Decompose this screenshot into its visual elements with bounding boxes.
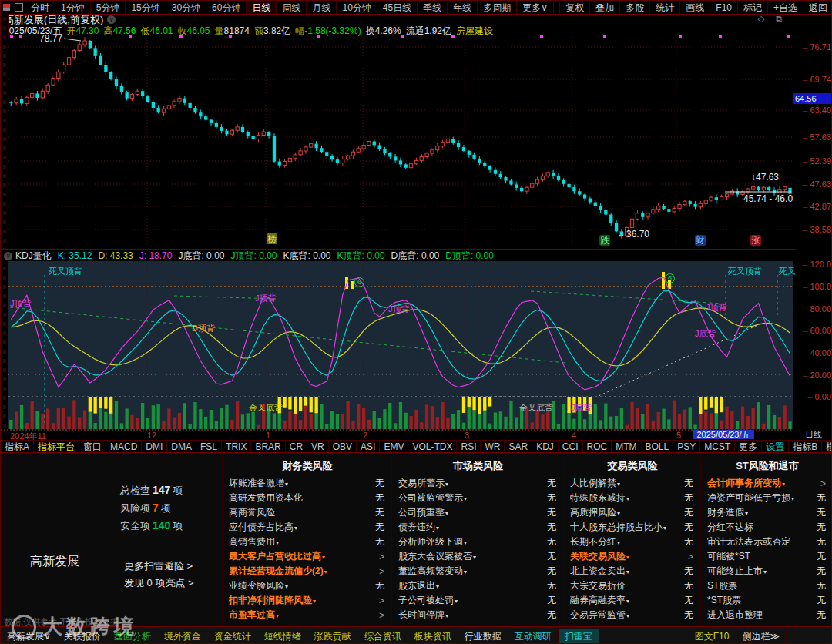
period-tab[interactable]: 10分钟 <box>337 2 377 14</box>
dropdown-arrow-icon[interactable]: ▾ <box>445 612 448 619</box>
indicator-tab[interactable]: RSI <box>457 441 481 453</box>
period-tab[interactable]: 1分钟 <box>55 2 91 14</box>
risk-row-label[interactable]: 市盈率过高▾ <box>229 609 279 622</box>
indicator-tab[interactable]: DMI <box>142 441 167 453</box>
risk-row[interactable]: 公司被监管警示▾无 <box>392 491 564 505</box>
dropdown-arrow-icon[interactable]: ▾ <box>276 539 279 546</box>
risk-row-label[interactable]: 审计无法表示或否定 <box>707 535 790 548</box>
risk-row[interactable]: 净资产可能低于亏损▾无 <box>701 491 832 505</box>
risk-row[interactable]: 可能被*ST无 <box>701 549 832 564</box>
risk-row-label[interactable]: 交易所警示▾ <box>398 477 448 490</box>
risk-row-label[interactable]: 扣非净利润陡降风险▾ <box>229 594 316 607</box>
risk-row-label[interactable]: 大宗交易折价 <box>570 579 626 592</box>
dropdown-arrow-icon[interactable]: ▾ <box>436 525 439 532</box>
risk-row[interactable]: 坏账准备激增▾无 <box>223 476 392 491</box>
indicator-tab[interactable]: KDJ <box>532 441 559 453</box>
bottom-bar-item[interactable]: 境外资金 <box>158 629 208 644</box>
event-badge[interactable]: 涨 <box>750 235 761 246</box>
period-tab[interactable]: 5分钟 <box>91 2 126 14</box>
risk-row[interactable]: 会计师事务所变动▾> <box>701 476 832 491</box>
risk-row-label[interactable]: 债券违约▾ <box>398 521 439 534</box>
event-badge[interactable]: 跌 <box>599 235 610 246</box>
indicator-tab[interactable]: BRAR <box>251 441 285 453</box>
risk-row-label[interactable]: 股东退出▾ <box>398 579 439 592</box>
indicator-tab[interactable]: CR <box>286 441 307 453</box>
risk-row[interactable]: 可能终止上市▾无 <box>701 564 832 579</box>
risk-row-label[interactable]: 分析师评级下调▾ <box>398 535 467 548</box>
risk-row-label[interactable]: 公司被监管警示▾ <box>398 491 467 505</box>
risk-row-label[interactable]: ST股票 <box>707 579 737 592</box>
toolbar-button[interactable]: +自选 <box>767 2 803 14</box>
risk-row-label[interactable]: 子公司被处罚▾ <box>398 594 458 607</box>
event-badge[interactable]: 财 <box>695 235 706 246</box>
dropdown-arrow-icon[interactable]: ▾ <box>617 510 620 517</box>
dropdown-arrow-icon[interactable]: ▾ <box>445 481 448 488</box>
bottom-bar-item[interactable]: 涨跌贡献 <box>308 629 358 644</box>
dropdown-arrow-icon[interactable]: ▾ <box>745 510 748 517</box>
collapse-icon[interactable]: ∨ <box>4 252 12 260</box>
bottom-bar-item[interactable]: 高新发展∨ <box>1 629 58 644</box>
indicator-tab[interactable]: 模 板 <box>822 441 832 453</box>
indicator-tab[interactable]: TRIX <box>222 441 251 453</box>
risk-row[interactable]: 债券违约▾无 <box>392 520 564 535</box>
dropdown-arrow-icon[interactable]: ▾ <box>436 583 439 590</box>
toolbar-button[interactable]: 复权 <box>559 2 589 14</box>
dropdown-arrow-icon[interactable]: ▾ <box>285 481 288 488</box>
risk-row[interactable]: 进入退市整理无 <box>701 608 832 622</box>
dropdown-arrow-icon[interactable]: ▾ <box>763 569 767 575</box>
indicator-tab[interactable]: ROC <box>583 441 612 453</box>
period-tab[interactable]: 周线 <box>277 2 307 14</box>
risk-row-label[interactable]: 股东大会议案被否▾ <box>398 550 476 563</box>
dropdown-arrow-icon[interactable]: ▾ <box>617 481 620 488</box>
risk-row[interactable]: 最大客户占营收比过高▾> <box>223 549 392 564</box>
main-price-chart[interactable] <box>8 37 793 249</box>
window-corner-icons[interactable]: ◇ ⧉ <box>758 14 787 24</box>
title-dropdown-icon[interactable]: ∨ <box>107 15 116 24</box>
event-badge[interactable]: 榜 <box>267 233 277 244</box>
risk-row[interactable]: *ST股票无 <box>701 593 832 608</box>
risk-row-label[interactable]: 高销售费用▾ <box>229 535 279 548</box>
dropdown-arrow-icon[interactable]: ▾ <box>464 569 467 575</box>
period-tab[interactable]: 分时 <box>25 2 55 14</box>
risk-row-value[interactable]: > <box>379 610 384 621</box>
risk-row[interactable]: 十大股东总持股占比小▾无 <box>564 520 701 535</box>
risk-row-label[interactable]: 最大客户占营收比过高▾ <box>229 550 325 563</box>
bottom-bar-item[interactable]: 板块资讯 <box>408 629 458 644</box>
indicator-tab[interactable]: 指标A <box>1 441 34 453</box>
indicator-tab[interactable]: 指标B <box>789 441 822 453</box>
indicator-tab[interactable]: SAR <box>505 441 532 453</box>
toolbar-button[interactable]: 画线 <box>679 2 710 14</box>
risk-row[interactable]: 股东大会议案被否▾无 <box>392 549 564 564</box>
toolbar-button[interactable]: F10 <box>710 2 737 14</box>
risk-row-label[interactable]: 净资产可能低于亏损▾ <box>707 491 794 505</box>
dropdown-arrow-icon[interactable]: ▾ <box>276 612 279 619</box>
risk-row[interactable]: ST股票无 <box>701 579 832 593</box>
bottom-bar-item[interactable]: 图文F10 <box>689 629 736 644</box>
dropdown-arrow-icon[interactable]: ▾ <box>626 495 629 502</box>
dropdown-arrow-icon[interactable]: ▾ <box>663 525 666 532</box>
risk-row-label[interactable]: 董监高频繁变动▾ <box>398 565 467 578</box>
dropdown-arrow-icon[interactable]: ▾ <box>294 525 297 532</box>
bottom-bar-item[interactable]: 短线情绪 <box>258 629 308 644</box>
risk-row[interactable]: 特殊股东减持▾无 <box>564 491 701 505</box>
indicator-tab[interactable]: DMA <box>167 441 196 453</box>
risk-row-label[interactable]: 十大股东总持股占比小▾ <box>570 521 666 534</box>
risk-row-value[interactable]: > <box>379 595 384 606</box>
dropdown-arrow-icon[interactable]: ▾ <box>626 598 629 605</box>
dropdown-arrow-icon[interactable]: ▾ <box>455 598 458 605</box>
risk-row[interactable]: 累计经营现金流偏少(2)▾> <box>223 564 392 579</box>
period-tab[interactable]: 季线 <box>418 2 448 14</box>
dropdown-arrow-icon[interactable]: ▾ <box>464 495 467 502</box>
dropdown-arrow-icon[interactable]: ▾ <box>626 554 629 561</box>
risk-row-label[interactable]: 高商誉风险 <box>229 506 275 519</box>
indicator-tab[interactable]: MACD <box>106 441 142 453</box>
risk-row-label[interactable]: 应付债券占比高▾ <box>229 521 297 534</box>
risk-link[interactable]: 发现 0 项亮点 > <box>124 576 194 590</box>
period-tab[interactable]: 日线 <box>247 2 277 14</box>
risk-link[interactable]: 更多扫雷避险 > <box>124 559 193 573</box>
risk-row-label[interactable]: 特殊股东减持▾ <box>570 491 629 505</box>
period-tab[interactable]: 30分钟 <box>166 2 206 14</box>
risk-row-label[interactable]: 财务造假▾ <box>707 506 748 519</box>
chart-type-icon[interactable] <box>3 4 10 11</box>
period-tab[interactable]: 月线 <box>307 2 337 14</box>
